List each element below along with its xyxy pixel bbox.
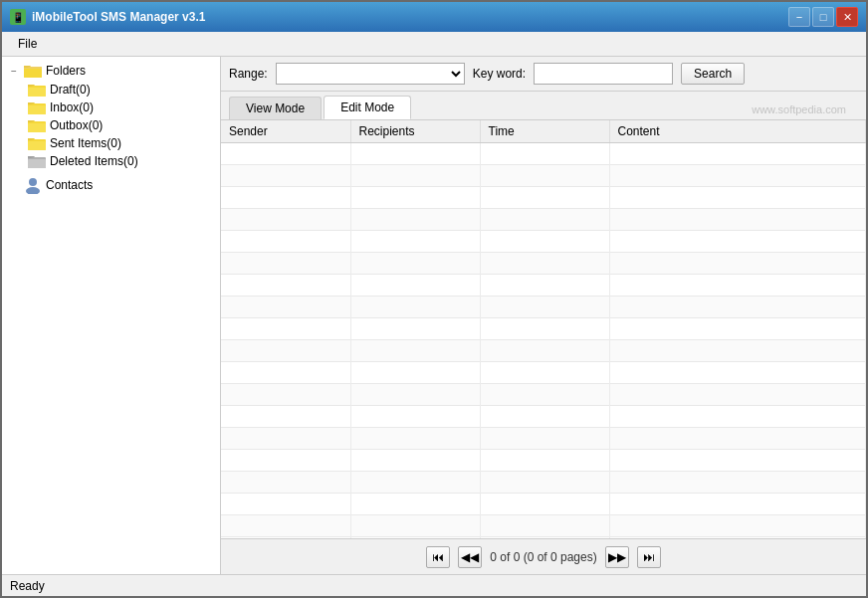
folder-icon <box>24 64 42 78</box>
range-label: Range: <box>229 67 268 81</box>
table-area: Sender Recipients Time Content <box>221 120 866 538</box>
table-row <box>221 537 866 539</box>
sidebar-item-sent[interactable]: Sent Items(0) <box>22 134 220 152</box>
prev-page-button[interactable]: ◀◀ <box>458 546 482 568</box>
minimize-button[interactable]: − <box>788 7 810 27</box>
watermark: www.softpedia.com <box>752 103 846 115</box>
window-controls: − □ ✕ <box>788 7 858 27</box>
inbox-label: Inbox(0) <box>50 100 94 114</box>
table-row <box>221 340 866 362</box>
folder-outbox-icon <box>28 118 46 132</box>
col-recipients: Recipients <box>350 120 480 143</box>
table-row <box>221 494 866 515</box>
sms-table: Sender Recipients Time Content <box>221 120 866 538</box>
sidebar-item-contacts[interactable]: Contacts <box>2 174 220 196</box>
range-select[interactable] <box>276 63 465 85</box>
table-row <box>221 450 866 472</box>
tab-view-mode[interactable]: View Mode <box>229 97 322 119</box>
outbox-label: Outbox(0) <box>50 118 103 132</box>
sidebar-item-inbox[interactable]: Inbox(0) <box>22 99 220 116</box>
maximize-button[interactable]: □ <box>812 7 834 27</box>
table-row <box>221 187 866 209</box>
table-row <box>221 428 866 450</box>
search-button[interactable]: Search <box>681 63 745 85</box>
window-title: iMobileTool SMS Manager v3.1 <box>32 10 788 24</box>
right-panel: Range: Key word: Search View Mode Edit M… <box>221 57 866 574</box>
svg-point-13 <box>29 178 37 186</box>
svg-point-14 <box>26 187 40 194</box>
svg-rect-8 <box>28 123 46 132</box>
sent-label: Sent Items(0) <box>50 136 121 150</box>
table-row <box>221 362 866 384</box>
page-info: 0 of 0 (0 of 0 pages) <box>490 550 596 564</box>
table-row <box>221 297 866 318</box>
table-row <box>221 384 866 406</box>
status-text: Ready <box>10 579 45 593</box>
col-sender: Sender <box>221 120 350 143</box>
tab-edit-mode[interactable]: Edit Mode <box>324 96 411 119</box>
title-bar: 📱 iMobileTool SMS Manager v3.1 − □ ✕ <box>2 2 866 32</box>
expand-icon: − <box>6 63 22 79</box>
table-row <box>221 515 866 537</box>
sidebar-item-deleted[interactable]: Deleted Items(0) <box>22 152 220 170</box>
contacts-icon <box>24 176 42 194</box>
table-row <box>221 253 866 275</box>
keyword-input[interactable] <box>534 63 673 85</box>
table-row <box>221 275 866 297</box>
next-page-button[interactable]: ▶▶ <box>605 546 629 568</box>
svg-rect-10 <box>28 141 46 150</box>
close-button[interactable]: ✕ <box>836 7 858 27</box>
contacts-label: Contacts <box>46 178 93 192</box>
table-row <box>221 318 866 340</box>
col-time: Time <box>480 120 609 143</box>
toolbar: Range: Key word: Search <box>221 57 866 92</box>
folders-label: Folders <box>46 64 86 78</box>
folder-sent-icon <box>28 136 46 150</box>
menu-bar: File <box>2 32 866 57</box>
sidebar: − Folders <box>2 57 221 574</box>
sidebar-item-folders[interactable]: − Folders <box>2 61 220 81</box>
menu-file[interactable]: File <box>10 35 45 53</box>
deleted-label: Deleted Items(0) <box>50 154 138 168</box>
svg-rect-4 <box>28 88 46 97</box>
table-row <box>221 165 866 187</box>
sidebar-item-draft[interactable]: Draft(0) <box>22 81 220 99</box>
sidebar-tree-children: Draft(0) Inbox(0) <box>2 81 220 170</box>
draft-label: Draft(0) <box>50 83 91 97</box>
tab-bar: View Mode Edit Mode www.softpedia.com <box>221 92 866 120</box>
table-row <box>221 209 866 231</box>
table-row <box>221 143 866 165</box>
svg-rect-2 <box>24 69 42 78</box>
folder-draft-icon <box>28 83 46 97</box>
status-bar: Ready <box>2 574 866 596</box>
folder-deleted-icon <box>28 154 46 168</box>
sidebar-item-outbox[interactable]: Outbox(0) <box>22 116 220 134</box>
table-row <box>221 231 866 253</box>
svg-rect-6 <box>28 105 46 114</box>
main-window: 📱 iMobileTool SMS Manager v3.1 − □ ✕ Fil… <box>0 0 868 598</box>
folder-inbox-icon <box>28 100 46 114</box>
keyword-label: Key word: <box>473 67 526 81</box>
contacts-expand-icon <box>6 177 22 193</box>
svg-rect-12 <box>28 159 46 168</box>
main-content: − Folders <box>2 57 866 574</box>
table-row <box>221 472 866 494</box>
pagination: ⏮ ◀◀ 0 of 0 (0 of 0 pages) ▶▶ ⏭ <box>221 538 866 574</box>
first-page-button[interactable]: ⏮ <box>426 546 450 568</box>
table-row <box>221 406 866 428</box>
last-page-button[interactable]: ⏭ <box>637 546 661 568</box>
col-content: Content <box>609 120 866 143</box>
app-icon: 📱 <box>10 9 26 25</box>
